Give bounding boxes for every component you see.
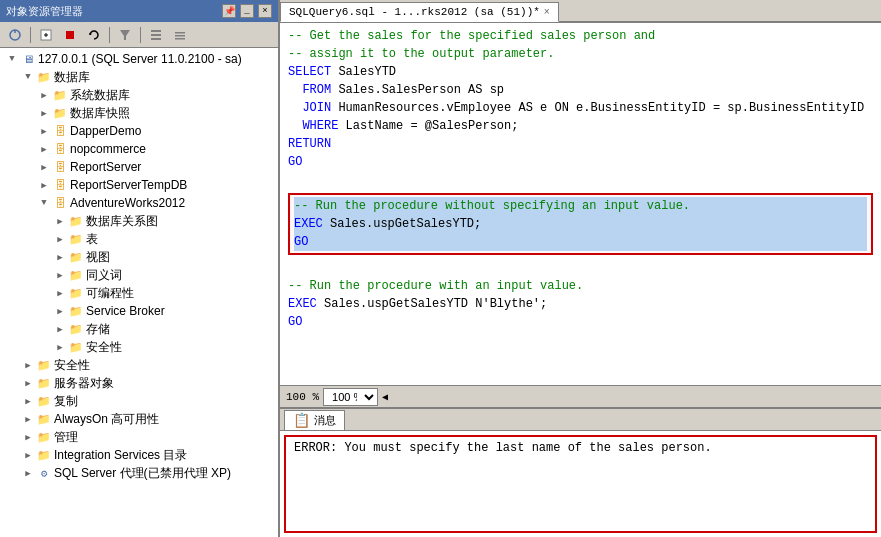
tree-item-dapper[interactable]: ▶ 🗄 DapperDemo <box>0 122 278 140</box>
object-explorer-panel: 对象资源管理器 📌 _ × <box>0 0 280 537</box>
normal-text <box>288 81 302 99</box>
expander-alwayson[interactable]: ▶ <box>20 411 36 427</box>
tree-item-synonyms[interactable]: ▶ 📁 同义词 <box>0 266 278 284</box>
tree-item-snapshots[interactable]: ▶ 📁 数据库快照 <box>0 104 278 122</box>
messages-tab-label: 消息 <box>314 413 336 428</box>
explorer-toolbar <box>0 22 278 48</box>
collapse-button[interactable] <box>145 25 167 45</box>
query-editor[interactable]: -- Get the sales for the specified sales… <box>280 23 881 385</box>
highlighted-line-1: -- Run the procedure without specifying … <box>294 197 867 215</box>
folder-icon: 📁 <box>36 375 52 391</box>
code-line-comment2: -- Run the procedure with an input value… <box>288 277 873 295</box>
expander-replication[interactable]: ▶ <box>20 393 36 409</box>
expander-adventureworks[interactable]: ▼ <box>36 195 52 211</box>
results-tab-bar: 📋 消息 <box>280 409 881 431</box>
panel-title: 对象资源管理器 <box>6 4 83 19</box>
tab-bar: SQLQuery6.sql - 1...rks2012 (sa (51))* × <box>280 0 881 23</box>
expander-servicebroker[interactable]: ▶ <box>52 303 68 319</box>
integration-label: Integration Services 目录 <box>54 447 187 464</box>
folder-icon: 📁 <box>68 249 84 265</box>
connect-button[interactable] <box>4 25 26 45</box>
expander-integration[interactable]: ▶ <box>20 447 36 463</box>
expander-security[interactable]: ▶ <box>20 357 36 373</box>
svg-rect-12 <box>175 38 185 40</box>
folder-icon: 📁 <box>36 393 52 409</box>
synonyms-label: 同义词 <box>86 267 122 284</box>
replication-label: 复制 <box>54 393 78 410</box>
tab-messages[interactable]: 📋 消息 <box>284 410 345 430</box>
normal-text: Sales.SalesPerson AS sp <box>331 81 504 99</box>
expander-system-dbs[interactable]: ▶ <box>36 87 52 103</box>
svg-rect-7 <box>151 30 161 32</box>
system-dbs-label: 系统数据库 <box>70 87 130 104</box>
tree-item-storage[interactable]: ▶ 📁 存储 <box>0 320 278 338</box>
svg-rect-11 <box>175 35 185 37</box>
tree-item-views[interactable]: ▶ 📁 视图 <box>0 248 278 266</box>
management-label: 管理 <box>54 429 78 446</box>
sqlagent-label: SQL Server 代理(已禁用代理 XP) <box>54 465 231 482</box>
tree-item-nopcommerce[interactable]: ▶ 🗄 nopcommerce <box>0 140 278 158</box>
tree-item-reportservertempdb[interactable]: ▶ 🗄 ReportServerTempDB <box>0 176 278 194</box>
tree-item-programmability[interactable]: ▶ 📁 可编程性 <box>0 284 278 302</box>
expander-databases[interactable]: ▼ <box>20 69 36 85</box>
separator1 <box>30 27 31 43</box>
tree-item-tables[interactable]: ▶ 📁 表 <box>0 230 278 248</box>
expander-management[interactable]: ▶ <box>20 429 36 445</box>
expander-nopcommerce[interactable]: ▶ <box>36 141 52 157</box>
tree-item-databases[interactable]: ▼ 📁 数据库 <box>0 68 278 86</box>
tree-item-alwayson[interactable]: ▶ 📁 AlwaysOn 高可用性 <box>0 410 278 428</box>
minimize-button[interactable]: _ <box>240 4 254 18</box>
refresh-button[interactable] <box>83 25 105 45</box>
expander-reportservertempdb[interactable]: ▶ <box>36 177 52 193</box>
agent-icon: ⚙ <box>36 465 52 481</box>
tree-item-management[interactable]: ▶ 📁 管理 <box>0 428 278 446</box>
stop-button[interactable] <box>59 25 81 45</box>
expander-views[interactable]: ▶ <box>52 249 68 265</box>
filter-button[interactable] <box>114 25 136 45</box>
folder-icon: 📁 <box>36 411 52 427</box>
expander-reportserver[interactable]: ▶ <box>36 159 52 175</box>
new-query-button[interactable] <box>35 25 57 45</box>
expander-dapper[interactable]: ▶ <box>36 123 52 139</box>
expander-storage[interactable]: ▶ <box>52 321 68 337</box>
expander-dbdiagrams[interactable]: ▶ <box>52 213 68 229</box>
tab-query6[interactable]: SQLQuery6.sql - 1...rks2012 (sa (51))* × <box>280 2 559 22</box>
code-line-3: SELECT SalesYTD <box>288 63 873 81</box>
pin-button[interactable]: 📌 <box>222 4 236 18</box>
expander-sqlagent[interactable]: ▶ <box>20 465 36 481</box>
tree-item-security-db[interactable]: ▶ 📁 安全性 <box>0 338 278 356</box>
highlighted-line-3: GO <box>294 233 867 251</box>
zoom-dropdown[interactable]: 100 % 75 % 125 % <box>323 388 378 406</box>
tree-item-security[interactable]: ▶ 📁 安全性 <box>0 356 278 374</box>
tree-item-serverobjects[interactable]: ▶ 📁 服务器对象 <box>0 374 278 392</box>
tree-item-reportserver[interactable]: ▶ 🗄 ReportServer <box>0 158 278 176</box>
tree-item-dbdiagrams[interactable]: ▶ 📁 数据库关系图 <box>0 212 278 230</box>
expander-tables[interactable]: ▶ <box>52 231 68 247</box>
expander-security-db[interactable]: ▶ <box>52 339 68 355</box>
folder-icon: 📁 <box>68 339 84 355</box>
tree-item-servicebroker[interactable]: ▶ 📁 Service Broker <box>0 302 278 320</box>
expander-serverobjects[interactable]: ▶ <box>20 375 36 391</box>
expander-synonyms[interactable]: ▶ <box>52 267 68 283</box>
tree-item-system-dbs[interactable]: ▶ 📁 系统数据库 <box>0 86 278 104</box>
tree-item-adventureworks[interactable]: ▼ 🗄 AdventureWorks2012 <box>0 194 278 212</box>
panel-controls: 📌 _ × <box>222 4 272 18</box>
expander-snapshots[interactable]: ▶ <box>36 105 52 121</box>
close-button[interactable]: × <box>258 4 272 18</box>
tree-item-sqlagent[interactable]: ▶ ⚙ SQL Server 代理(已禁用代理 XP) <box>0 464 278 482</box>
db-icon: 🗄 <box>52 177 68 193</box>
keyword-text: GO <box>294 233 308 251</box>
comment-text: -- assign it to the output parameter. <box>288 45 554 63</box>
folder-icon: 📁 <box>52 105 68 121</box>
code-line-4: FROM Sales.SalesPerson AS sp <box>288 81 873 99</box>
tree-item-server[interactable]: ▼ 🖥 127.0.0.1 (SQL Server 11.0.2100 - sa… <box>0 50 278 68</box>
tab-close-button[interactable]: × <box>544 7 550 18</box>
reportservertempdb-label: ReportServerTempDB <box>70 178 187 192</box>
expander-programmability[interactable]: ▶ <box>52 285 68 301</box>
expander-server[interactable]: ▼ <box>4 51 20 67</box>
tree-item-replication[interactable]: ▶ 📁 复制 <box>0 392 278 410</box>
svg-rect-10 <box>175 32 185 34</box>
tree-item-integration[interactable]: ▶ 📁 Integration Services 目录 <box>0 446 278 464</box>
properties-button[interactable] <box>169 25 191 45</box>
keyword-text: EXEC <box>288 295 317 313</box>
